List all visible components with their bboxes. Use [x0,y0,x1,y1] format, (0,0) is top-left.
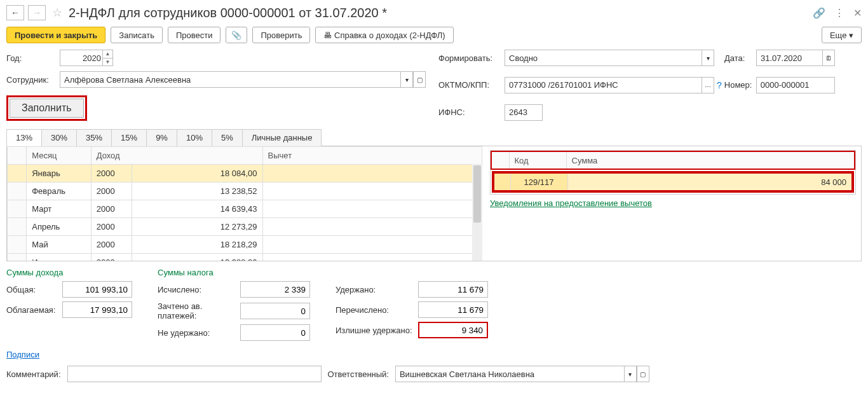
deduction-table[interactable]: Код Сумма [491,151,855,170]
income-row[interactable]: Март200014 639,43 [8,200,482,218]
col-month: Месяц [27,147,91,165]
tab-13[interactable]: 13% [6,129,42,146]
transferred-input[interactable] [418,301,488,318]
deduction-row[interactable]: 129/117 84 000 [494,173,852,191]
tab-5[interactable]: 5% [212,129,243,146]
responsible-label: Ответственный: [328,369,389,379]
oktmo-help[interactable]: ? [717,80,722,90]
titlebar: ← → ☆ 2-НДФЛ для сотрудников 0000-000001… [6,5,862,20]
write-button[interactable]: Записать [111,27,163,43]
year-up[interactable]: ▲ [103,50,112,59]
employee-input[interactable]: Алфёрова Светлана Алексеевна [60,71,400,88]
tab-15[interactable]: 15% [111,129,147,146]
tab-30[interactable]: 30% [41,129,77,146]
col-income: Доход [91,147,262,165]
ifns-input[interactable]: 2643 [505,104,543,121]
back-button[interactable]: ← [6,5,24,20]
income-report-button[interactable]: 🖶 Справка о доходах (2-НДФЛ) [315,27,453,43]
taxable-input[interactable] [62,301,132,318]
held-input[interactable] [418,281,488,298]
income-row[interactable]: Январь200018 084,00 [8,165,482,183]
close-icon[interactable]: ✕ [853,7,862,19]
form-type-input[interactable]: Сводно [505,50,702,66]
responsible-dropdown[interactable]: ▾ [624,366,637,382]
credited-input[interactable] [240,303,310,319]
fill-button[interactable]: Заполнить [10,99,84,118]
year-label: Год: [6,53,60,63]
employee-label: Сотрудник: [6,75,60,85]
notheld-input[interactable] [240,324,310,341]
income-table[interactable]: Месяц Доход Вычет Январь200018 084,00Фев… [7,146,482,261]
scrollbar[interactable] [472,164,482,261]
forward-button[interactable]: → [28,5,46,20]
post-button[interactable]: Провести [168,27,221,43]
signatures-link[interactable]: Подписи [6,350,39,359]
more-button[interactable]: Еще ▾ [822,27,862,43]
tax-sums-title: Суммы налога [158,268,310,277]
oktmo-input[interactable]: 07731000 /261701001 ИФНС [505,77,702,93]
year-down[interactable]: ▼ [103,59,112,66]
overheld-input[interactable] [418,322,488,338]
year-input[interactable]: 2020 ▲▼ [60,50,113,66]
fill-highlight: Заполнить [6,95,87,121]
date-input[interactable]: 31.07.2020 [756,50,822,66]
number-input[interactable]: 0000-000001 [756,77,835,93]
notheld-label: Не удержано: [158,328,240,338]
total-label: Общая: [6,285,62,294]
toolbar: Провести и закрыть Записать Провести 📎 П… [6,27,862,43]
favorite-icon[interactable]: ☆ [52,6,62,20]
check-button[interactable]: Проверить [252,27,310,43]
menu-icon[interactable]: ⋮ [834,7,844,19]
oktmo-more[interactable]: … [702,77,714,93]
income-row[interactable]: Апрель200012 273,29 [8,218,482,236]
income-row[interactable]: Февраль200013 238,52 [8,183,482,200]
ifns-label: ИФНС: [438,107,505,117]
date-label: Дата: [724,53,756,63]
comment-input[interactable] [67,366,322,382]
col-code: Код [509,151,566,169]
col-sum: Сумма [566,151,855,169]
calculated-label: Исчислено: [158,285,240,294]
deduction-notifications-link[interactable]: Уведомления на предоставление вычетов [490,198,652,208]
link-icon[interactable]: 🔗 [813,7,825,19]
employee-open[interactable]: ▢ [413,71,426,88]
responsible-input[interactable]: Вишневская Светлана Николаевна [395,366,624,382]
tab-35[interactable]: 35% [76,129,112,146]
credited-label: Зачтено ав. платежей: [158,301,240,321]
form-type-label: Формировать: [438,53,505,63]
form-type-dropdown[interactable]: ▾ [702,50,714,66]
oktmo-label: ОКТМО/КПП: [438,80,505,90]
income-sums-title: Суммы дохода [6,268,132,277]
attach-button[interactable]: 📎 [226,27,247,43]
taxable-label: Облагаемая: [6,305,62,315]
employee-dropdown[interactable]: ▾ [400,71,413,88]
income-row[interactable]: Май200018 218,29 [8,236,482,254]
calculated-input[interactable] [240,281,310,298]
overheld-label: Излишне удержано: [336,326,418,335]
comment-label: Комментарий: [6,369,61,379]
tab-10[interactable]: 10% [177,129,212,146]
income-row[interactable]: Июнь200013 388,26 [8,254,482,261]
held-label: Удержано: [336,285,418,294]
col-deduction: Вычет [262,147,482,165]
tabs: 13% 30% 35% 15% 9% 10% 5% Личные данные [6,128,862,146]
post-and-close-button[interactable]: Провести и закрыть [6,27,105,43]
responsible-open[interactable]: ▢ [637,366,649,382]
window-title: 2-НДФЛ для сотрудников 0000-000001 от 31… [69,6,809,20]
number-label: Номер: [724,80,756,90]
tab-personal[interactable]: Личные данные [242,129,322,146]
deduction-row-highlight: 129/117 84 000 [492,171,854,193]
transferred-label: Перечислено: [336,305,418,315]
total-input[interactable] [62,281,132,298]
tab-9[interactable]: 9% [146,129,177,146]
date-picker[interactable]: 🗓 [822,50,835,66]
